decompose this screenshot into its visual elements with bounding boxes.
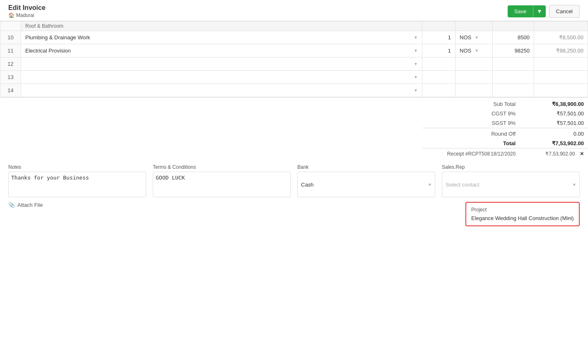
table-row: 13 ▼ [0, 71, 588, 84]
sales-rep-label: Sales.Rep [442, 164, 580, 170]
receipt-value-cell: ₹7,53,902.00 ✕ [520, 148, 588, 159]
roundoff-label: Round Off [422, 128, 520, 139]
desc-wrap-12: ▼ [25, 62, 418, 66]
project-box: Project Elegance Wedding Hall Constructi… [465, 202, 580, 226]
attach-file-label: Attach File [17, 202, 43, 208]
unit-dropdown-10[interactable]: ▼ [475, 35, 479, 40]
amount-10: ₹8,500.00 [559, 34, 583, 41]
notes-textarea[interactable]: Thanks for your Business [8, 172, 146, 197]
header-left: Edit Invoice 🏠 Madurai [8, 4, 46, 18]
desc-dropdown-14[interactable]: ▼ [414, 88, 418, 93]
total-row: Total ₹7,53,902.00 [422, 139, 588, 148]
invoice-table-container: Roof & Bathroom 10 Plumbing & Drainage W… [0, 21, 588, 97]
receipt-amount: ₹7,53,902.00 [545, 151, 575, 157]
totals-section: Sub Total ₹6,38,900.00 CGST 9% ₹57,501.0… [0, 97, 588, 158]
home-icon: 🏠 [8, 12, 14, 18]
table-row: 11 Electrical Provision ▼ 1 NOS ▼ [0, 44, 588, 57]
project-label: Project [471, 207, 574, 213]
subtotal-label: Sub Total [422, 99, 520, 109]
desc-text-10: Plumbing & Drainage Work [25, 34, 90, 41]
desc-wrap-10: Plumbing & Drainage Work ▼ [25, 34, 418, 41]
unit-10: NOS [460, 34, 471, 41]
terms-textarea[interactable]: GOOD LUCK [153, 172, 291, 197]
notes-label: Notes [8, 164, 146, 170]
table-row: 14 ▼ [0, 84, 588, 97]
cancel-button[interactable]: Cancel [549, 5, 580, 18]
terms-field: Terms & Conditions GOOD LUCK [153, 164, 291, 199]
project-select[interactable]: Elegance Wedding Hall Construction (Mini… [471, 215, 574, 221]
receipt-delete-button[interactable]: ✕ [580, 151, 584, 157]
save-button[interactable]: Save [508, 5, 533, 17]
sales-rep-select[interactable]: Select contact [442, 172, 580, 197]
sales-rep-select-wrap: Select contact [442, 172, 580, 197]
save-button-group: Save ▼ [508, 5, 546, 17]
desc-dropdown-12[interactable]: ▼ [414, 62, 418, 66]
subtotal-value: ₹6,38,900.00 [520, 99, 588, 109]
unit-wrap-10: NOS ▼ [460, 34, 488, 41]
unit-dropdown-11[interactable]: ▼ [475, 48, 479, 53]
total-value: ₹7,53,902.00 [520, 139, 588, 148]
page-header: Edit Invoice 🏠 Madurai Save ▼ Cancel [0, 0, 588, 21]
desc-wrap-11: Electrical Provision ▼ [25, 48, 418, 54]
receipt-date: 18/12/2020 [491, 151, 516, 157]
total-label: Total [422, 139, 520, 148]
desc-dropdown-13[interactable]: ▼ [414, 75, 418, 79]
desc-dropdown-10[interactable]: ▼ [414, 35, 418, 40]
bank-select-wrap: Cash [297, 172, 435, 197]
receipt-number: Receipt #RCPT508 [447, 151, 490, 157]
cgst-value: ₹57,501.00 [520, 109, 588, 118]
subheader-text: Roof & Bathroom [21, 22, 422, 31]
unit-11: NOS [460, 48, 471, 54]
sgst-row: SGST 9% ₹57,501.00 [422, 118, 588, 128]
roundoff-value: 0.00 [520, 128, 588, 139]
header-right: Save ▼ Cancel [508, 5, 580, 18]
qty-10: 1 [448, 34, 451, 41]
breadcrumb-text: Madurai [16, 12, 34, 18]
totals-table: Sub Total ₹6,38,900.00 CGST 9% ₹57,501.0… [422, 99, 588, 158]
table-row: 12 ▼ [0, 57, 588, 71]
subheader-row: Roof & Bathroom [0, 22, 588, 31]
bottom-fields: Notes Thanks for your Business Terms & C… [0, 158, 588, 200]
sales-rep-field: Sales.Rep Select contact [442, 164, 580, 199]
bank-field: Bank Cash [297, 164, 435, 199]
rate-11: 98250 [515, 48, 530, 54]
attach-file-section[interactable]: 📎 Attach File [8, 202, 43, 208]
rate-10: 8500 [518, 34, 530, 41]
sgst-label: SGST 9% [422, 118, 520, 128]
unit-wrap-11: NOS ▼ [460, 48, 488, 54]
desc-wrap-13: ▼ [25, 75, 418, 79]
cgst-row: CGST 9% ₹57,501.00 [422, 109, 588, 118]
terms-label: Terms & Conditions [153, 164, 291, 170]
amount-11: ₹98,250.00 [556, 48, 583, 54]
paperclip-icon: 📎 [8, 202, 15, 208]
project-select-wrap: Elegance Wedding Hall Construction (Mini… [471, 215, 574, 221]
table-row: 10 Plumbing & Drainage Work ▼ 1 NOS ▼ [0, 31, 588, 44]
invoice-table: Roof & Bathroom 10 Plumbing & Drainage W… [0, 21, 588, 97]
desc-wrap-14: ▼ [25, 88, 418, 93]
qty-11: 1 [448, 48, 451, 54]
subtotal-row: Sub Total ₹6,38,900.00 [422, 99, 588, 109]
bank-label: Bank [297, 164, 435, 170]
receipt-label: Receipt #RCPT50818/12/2020 [422, 148, 520, 159]
page-title: Edit Invoice [8, 4, 46, 12]
sgst-value: ₹57,501.00 [520, 118, 588, 128]
breadcrumb: 🏠 Madurai [8, 12, 46, 18]
desc-text-11: Electrical Provision [25, 48, 71, 54]
desc-dropdown-11[interactable]: ▼ [414, 48, 418, 53]
receipt-row: Receipt #RCPT50818/12/2020 ₹7,53,902.00 … [422, 148, 588, 159]
attach-project-row: 📎 Attach File Project Elegance Wedding H… [0, 200, 588, 230]
save-dropdown-button[interactable]: ▼ [533, 5, 545, 17]
roundoff-row: Round Off 0.00 [422, 128, 588, 139]
bank-select[interactable]: Cash [297, 172, 435, 197]
notes-field: Notes Thanks for your Business [8, 164, 146, 199]
cgst-label: CGST 9% [422, 109, 520, 118]
